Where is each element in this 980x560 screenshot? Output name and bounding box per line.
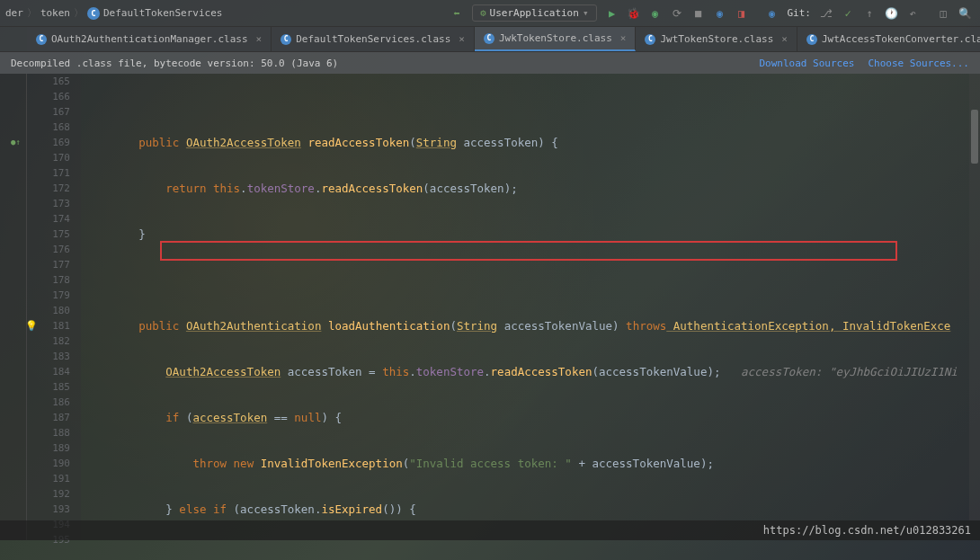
tool-icon[interactable]: ◉ <box>710 4 730 23</box>
tab-label: OAuth2AuthenticationManager.class <box>51 33 248 45</box>
class-icon: C <box>484 33 494 44</box>
line-number: 179 <box>27 288 70 303</box>
profile-icon[interactable]: ⟳ <box>667 4 687 23</box>
class-icon: C <box>281 34 291 45</box>
coverage-icon[interactable]: ◉ <box>646 4 665 23</box>
breadcrumb-class[interactable]: DefaultTokenServices <box>103 7 222 19</box>
breadcrumb[interactable]: der 〉 token 〉 C DefaultTokenServices <box>5 6 222 20</box>
run-config-dropdown[interactable]: ⚙ UserApplication ▾ <box>472 4 597 22</box>
spring-icon: ⚙ <box>480 7 486 19</box>
editor-tab-bar: C OAuth2AuthenticationManager.class × C … <box>0 27 980 52</box>
vertical-scrollbar[interactable] <box>969 74 980 520</box>
tool-icon[interactable]: ◨ <box>732 4 752 23</box>
git-commit-icon[interactable]: ✓ <box>838 4 858 23</box>
tab-label: DefaultTokenServices.class <box>296 33 450 45</box>
search-icon[interactable]: 🔍 <box>955 4 975 23</box>
close-icon[interactable]: × <box>256 33 263 45</box>
line-number: 173 <box>27 196 70 211</box>
tool-icon[interactable]: ◉ <box>762 4 782 23</box>
chevron-right-icon: 〉 <box>27 6 37 20</box>
git-history-icon[interactable]: 🕐 <box>881 4 901 23</box>
close-icon[interactable]: × <box>459 33 465 45</box>
line-number: 171 <box>27 165 70 181</box>
line-number: 178 <box>27 272 70 288</box>
chevron-right-icon: 〉 <box>74 6 84 20</box>
line-number: 186 <box>27 395 70 410</box>
line-number: 170 <box>27 150 70 165</box>
back-icon[interactable]: ⬅ <box>447 4 467 23</box>
run-config-label: UserApplication <box>490 7 579 19</box>
line-number: 💡181 <box>27 318 70 333</box>
code-area[interactable]: public OAuth2AccessToken readAccessToken… <box>81 74 980 540</box>
line-number: 172 <box>27 181 70 196</box>
line-number: 177 <box>27 257 70 272</box>
close-icon[interactable]: × <box>781 33 788 45</box>
tab-jwttokenstore[interactable]: C JwtTokenStore.class × <box>636 27 797 51</box>
line-number: 188 <box>27 425 70 440</box>
tab-oauth2authmanager[interactable]: C OAuth2AuthenticationManager.class × <box>27 27 272 51</box>
tool-icon[interactable]: ◫ <box>933 4 953 23</box>
debug-icon[interactable]: 🐞 <box>624 4 644 23</box>
line-number: 191 <box>27 471 70 486</box>
class-icon: C <box>87 7 100 20</box>
tab-jwktokenstore[interactable]: C JwkTokenStore.class × <box>475 27 636 51</box>
highlight-box <box>160 241 897 261</box>
line-number: 184 <box>27 364 70 379</box>
line-number: 190 <box>27 456 70 471</box>
line-number: 182 <box>27 333 70 349</box>
line-number: 174 <box>27 211 70 227</box>
class-icon: C <box>36 34 47 45</box>
code-editor[interactable]: 165 166 167 168 ●↑169 170 171 172 173 17… <box>0 74 980 540</box>
chevron-down-icon: ▾ <box>583 7 589 19</box>
tab-label: JwtAccessTokenConverter.class <box>822 33 980 45</box>
breadcrumb-folder[interactable]: token <box>40 7 70 19</box>
top-toolbar: der 〉 token 〉 C DefaultTokenServices ⬅ ⚙… <box>0 0 980 27</box>
line-number: 189 <box>27 440 70 456</box>
override-marker-icon[interactable]: ●↑ <box>11 135 21 150</box>
line-number: 165 <box>27 74 70 89</box>
banner-text: Decompiled .class file, bytecode version… <box>11 58 338 69</box>
git-branch-icon[interactable]: ⎇ <box>816 4 836 23</box>
git-label: Git: <box>788 7 812 19</box>
line-number: 166 <box>27 89 70 104</box>
line-number: 187 <box>27 410 70 425</box>
line-number: 185 <box>27 379 70 395</box>
class-icon: C <box>806 34 817 45</box>
line-number: 192 <box>27 486 70 502</box>
watermark-text: https://blog.csdn.net/u012833261 <box>763 524 971 537</box>
tab-label: JwkTokenStore.class <box>499 32 612 44</box>
stop-icon[interactable]: ■ <box>689 4 708 23</box>
line-number: 183 <box>27 349 70 364</box>
status-bar: https://blog.csdn.net/u012833261 <box>0 520 980 540</box>
line-number: 167 <box>27 104 70 120</box>
git-revert-icon[interactable]: ↶ <box>903 4 922 23</box>
line-number: 175 <box>27 227 70 242</box>
decompile-banner: Decompiled .class file, bytecode version… <box>0 52 980 74</box>
tab-label: JwtTokenStore.class <box>660 33 773 45</box>
choose-sources-link[interactable]: Choose Sources... <box>868 58 969 69</box>
tab-defaulttokenservices[interactable]: C DefaultTokenServices.class × <box>272 27 475 51</box>
scrollbar-thumb[interactable] <box>971 110 978 164</box>
line-number: 176 <box>27 242 70 257</box>
breadcrumb-folder[interactable]: der <box>5 7 23 19</box>
line-number: 193 <box>27 502 70 517</box>
line-number-gutter: 165 166 167 168 ●↑169 170 171 172 173 17… <box>27 74 81 540</box>
line-number: 168 <box>27 120 70 135</box>
line-number: 180 <box>27 303 70 318</box>
git-push-icon[interactable]: ↑ <box>860 4 879 23</box>
bulb-icon[interactable]: 💡 <box>25 318 38 333</box>
download-sources-link[interactable]: Download Sources <box>759 58 854 69</box>
close-icon[interactable]: × <box>620 32 627 44</box>
class-icon: C <box>645 34 655 45</box>
line-number: ●↑169 <box>27 135 70 150</box>
tab-jwtaccesstokenconverter[interactable]: C JwtAccessTokenConverter.class × <box>797 27 980 51</box>
run-icon[interactable]: ▶ <box>602 4 622 23</box>
